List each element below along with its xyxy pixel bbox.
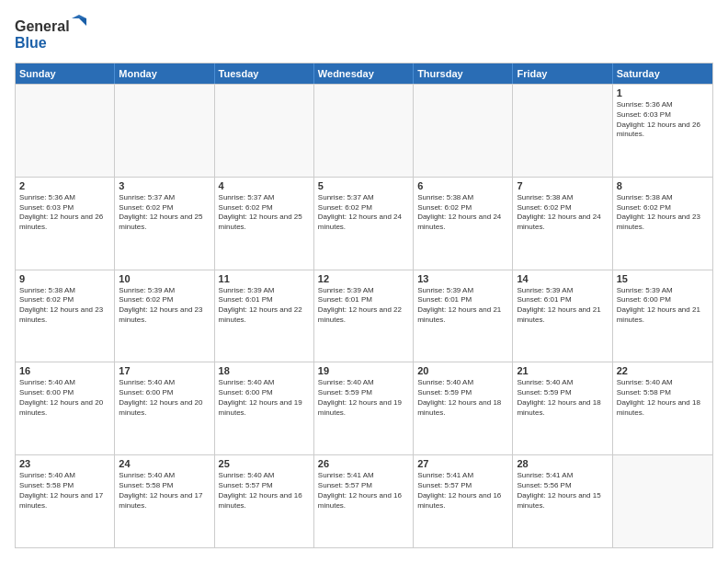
day-number: 2 — [19, 180, 110, 191]
calendar-cell: 2Sunrise: 5:36 AM Sunset: 6:03 PM Daylig… — [16, 178, 115, 270]
calendar-cell: 21Sunrise: 5:40 AM Sunset: 5:59 PM Dayli… — [513, 362, 612, 454]
cell-info: Sunrise: 5:41 AM Sunset: 5:57 PM Dayligh… — [318, 471, 409, 511]
cell-info: Sunrise: 5:39 AM Sunset: 6:01 PM Dayligh… — [517, 286, 608, 326]
day-number: 14 — [517, 273, 608, 284]
cell-info: Sunrise: 5:37 AM Sunset: 6:02 PM Dayligh… — [318, 193, 409, 233]
calendar-cell: 25Sunrise: 5:40 AM Sunset: 5:57 PM Dayli… — [215, 455, 314, 547]
day-number: 22 — [617, 365, 709, 376]
header-saturday: Saturday — [613, 63, 712, 84]
calendar-cell: 11Sunrise: 5:39 AM Sunset: 6:01 PM Dayli… — [215, 270, 314, 362]
calendar-cell — [613, 455, 712, 547]
cell-info: Sunrise: 5:37 AM Sunset: 6:02 PM Dayligh… — [119, 193, 210, 233]
cell-info: Sunrise: 5:39 AM Sunset: 6:02 PM Dayligh… — [119, 286, 210, 326]
calendar-cell: 9Sunrise: 5:38 AM Sunset: 6:02 PM Daylig… — [16, 270, 115, 362]
day-number: 13 — [417, 273, 508, 284]
cell-info: Sunrise: 5:38 AM Sunset: 6:02 PM Dayligh… — [517, 193, 608, 233]
calendar-cell: 28Sunrise: 5:41 AM Sunset: 5:56 PM Dayli… — [513, 455, 612, 547]
calendar-header: Sunday Monday Tuesday Wednesday Thursday… — [16, 63, 712, 84]
calendar-cell: 13Sunrise: 5:39 AM Sunset: 6:01 PM Dayli… — [414, 270, 513, 362]
svg-marker-3 — [79, 18, 86, 26]
header-sunday: Sunday — [16, 63, 115, 84]
calendar-cell: 22Sunrise: 5:40 AM Sunset: 5:58 PM Dayli… — [613, 362, 712, 454]
calendar-cell — [215, 85, 314, 177]
cell-info: Sunrise: 5:40 AM Sunset: 6:00 PM Dayligh… — [219, 378, 310, 418]
calendar-cell — [414, 85, 513, 177]
calendar-cell: 27Sunrise: 5:41 AM Sunset: 5:57 PM Dayli… — [414, 455, 513, 547]
cell-info: Sunrise: 5:40 AM Sunset: 5:57 PM Dayligh… — [219, 471, 310, 511]
day-number: 8 — [617, 180, 709, 191]
logo-icon: GeneralBlue — [15, 15, 88, 53]
cell-info: Sunrise: 5:39 AM Sunset: 6:00 PM Dayligh… — [617, 286, 709, 326]
calendar-cell: 6Sunrise: 5:38 AM Sunset: 6:02 PM Daylig… — [414, 178, 513, 270]
day-number: 18 — [219, 365, 310, 376]
calendar-cell: 12Sunrise: 5:39 AM Sunset: 6:01 PM Dayli… — [314, 270, 414, 362]
calendar-cell — [115, 85, 214, 177]
day-number: 15 — [617, 273, 709, 284]
day-number: 4 — [219, 180, 310, 191]
calendar-cell: 8Sunrise: 5:38 AM Sunset: 6:02 PM Daylig… — [613, 178, 712, 270]
day-number: 26 — [318, 458, 409, 469]
day-number: 10 — [119, 273, 210, 284]
header-wednesday: Wednesday — [314, 63, 414, 84]
calendar-cell: 18Sunrise: 5:40 AM Sunset: 6:00 PM Dayli… — [215, 362, 314, 454]
day-number: 7 — [517, 180, 608, 191]
cell-info: Sunrise: 5:37 AM Sunset: 6:02 PM Dayligh… — [219, 193, 310, 233]
calendar-cell — [513, 85, 612, 177]
cell-info: Sunrise: 5:41 AM Sunset: 5:57 PM Dayligh… — [417, 471, 508, 511]
day-number: 27 — [417, 458, 508, 469]
calendar-cell: 3Sunrise: 5:37 AM Sunset: 6:02 PM Daylig… — [115, 178, 214, 270]
calendar-cell: 24Sunrise: 5:40 AM Sunset: 5:58 PM Dayli… — [115, 455, 214, 547]
day-number: 19 — [318, 365, 409, 376]
calendar-body: 1Sunrise: 5:36 AM Sunset: 6:03 PM Daylig… — [16, 84, 712, 547]
calendar-cell: 4Sunrise: 5:37 AM Sunset: 6:02 PM Daylig… — [215, 178, 314, 270]
calendar-cell: 1Sunrise: 5:36 AM Sunset: 6:03 PM Daylig… — [613, 85, 712, 177]
day-number: 16 — [19, 365, 110, 376]
cell-info: Sunrise: 5:40 AM Sunset: 5:58 PM Dayligh… — [617, 378, 709, 418]
header-thursday: Thursday — [414, 63, 513, 84]
header-tuesday: Tuesday — [215, 63, 314, 84]
cell-info: Sunrise: 5:39 AM Sunset: 6:01 PM Dayligh… — [219, 286, 310, 326]
day-number: 3 — [119, 180, 210, 191]
week-row-4: 16Sunrise: 5:40 AM Sunset: 6:00 PM Dayli… — [16, 362, 712, 454]
cell-info: Sunrise: 5:38 AM Sunset: 6:02 PM Dayligh… — [617, 193, 709, 233]
cell-info: Sunrise: 5:36 AM Sunset: 6:03 PM Dayligh… — [19, 193, 110, 233]
calendar-cell: 26Sunrise: 5:41 AM Sunset: 5:57 PM Dayli… — [314, 455, 414, 547]
calendar-cell: 19Sunrise: 5:40 AM Sunset: 5:59 PM Dayli… — [314, 362, 414, 454]
svg-text:General: General — [15, 18, 70, 34]
cell-info: Sunrise: 5:40 AM Sunset: 6:00 PM Dayligh… — [119, 378, 210, 418]
calendar-cell: 17Sunrise: 5:40 AM Sunset: 6:00 PM Dayli… — [115, 362, 214, 454]
day-number: 6 — [417, 180, 508, 191]
day-number: 1 — [617, 87, 709, 98]
day-number: 11 — [219, 273, 310, 284]
cell-info: Sunrise: 5:41 AM Sunset: 5:56 PM Dayligh… — [517, 471, 608, 511]
logo: GeneralBlue — [15, 15, 88, 53]
day-number: 23 — [19, 458, 110, 469]
calendar-cell — [16, 85, 115, 177]
day-number: 28 — [517, 458, 608, 469]
calendar-cell: 23Sunrise: 5:40 AM Sunset: 5:58 PM Dayli… — [16, 455, 115, 547]
calendar-cell: 20Sunrise: 5:40 AM Sunset: 5:59 PM Dayli… — [414, 362, 513, 454]
day-number: 17 — [119, 365, 210, 376]
page: GeneralBlue Sunday Monday Tuesday Wednes… — [0, 0, 728, 563]
cell-info: Sunrise: 5:38 AM Sunset: 6:02 PM Dayligh… — [417, 193, 508, 233]
calendar-cell: 5Sunrise: 5:37 AM Sunset: 6:02 PM Daylig… — [314, 178, 414, 270]
day-number: 20 — [417, 365, 508, 376]
day-number: 24 — [119, 458, 210, 469]
cell-info: Sunrise: 5:38 AM Sunset: 6:02 PM Dayligh… — [19, 286, 110, 326]
week-row-5: 23Sunrise: 5:40 AM Sunset: 5:58 PM Dayli… — [16, 454, 712, 547]
day-number: 9 — [19, 273, 110, 284]
calendar-cell: 10Sunrise: 5:39 AM Sunset: 6:02 PM Dayli… — [115, 270, 214, 362]
cell-info: Sunrise: 5:39 AM Sunset: 6:01 PM Dayligh… — [417, 286, 508, 326]
calendar-cell: 14Sunrise: 5:39 AM Sunset: 6:01 PM Dayli… — [513, 270, 612, 362]
calendar-cell — [314, 85, 414, 177]
day-number: 21 — [517, 365, 608, 376]
day-number: 12 — [318, 273, 409, 284]
cell-info: Sunrise: 5:40 AM Sunset: 5:59 PM Dayligh… — [417, 378, 508, 418]
cell-info: Sunrise: 5:39 AM Sunset: 6:01 PM Dayligh… — [318, 286, 409, 326]
svg-marker-2 — [72, 15, 86, 18]
cell-info: Sunrise: 5:40 AM Sunset: 6:00 PM Dayligh… — [19, 378, 110, 418]
header-friday: Friday — [513, 63, 612, 84]
cell-info: Sunrise: 5:40 AM Sunset: 5:58 PM Dayligh… — [119, 471, 210, 511]
svg-text:Blue: Blue — [15, 35, 47, 51]
day-number: 5 — [318, 180, 409, 191]
